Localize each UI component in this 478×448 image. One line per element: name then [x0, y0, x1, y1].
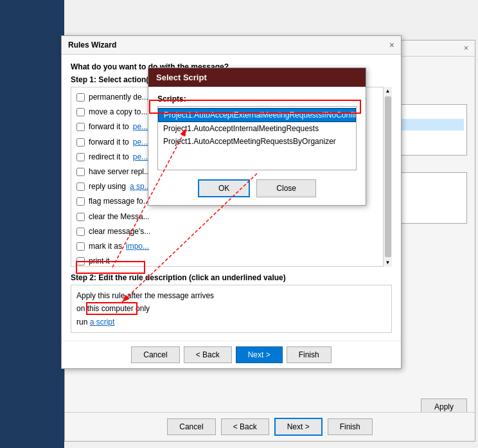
- action-perm-label: permanently de...: [89, 91, 148, 103]
- select-script-title: Select Script: [156, 73, 207, 82]
- action-mark-imp-link[interactable]: impo...: [126, 240, 149, 253]
- cancel-button[interactable]: Cancel: [167, 418, 215, 435]
- actions-scrollbar[interactable]: ▲ ▼: [383, 87, 392, 267]
- script-2-name: Project1.AutoAcceptInternalMeetingReques…: [163, 124, 319, 133]
- wizard-title: Rules Wizard: [68, 40, 116, 49]
- action-redir-link[interactable]: pe...: [133, 151, 148, 163]
- outlook-sidebar: [0, 0, 64, 448]
- action-flag-checkbox[interactable]: [76, 197, 85, 206]
- action-clear-flags-label: clear message's...: [89, 226, 150, 238]
- select-script-dialog: Select Script Scripts: Project1.AutoAcce…: [148, 67, 366, 206]
- script-1-name: Project1.AutoAcceptExternalMeetingReques…: [164, 111, 357, 120]
- rule-desc-line3: run a script: [76, 316, 386, 328]
- scroll-up-arrow[interactable]: ▲: [384, 87, 392, 95]
- action-clear-msg-checkbox[interactable]: [76, 213, 85, 221]
- select-script-body: Scripts: Project1.AutoAcceptExternalMeet…: [148, 87, 366, 205]
- next-button[interactable]: Next >: [274, 418, 323, 436]
- wizard-next-button[interactable]: Next >: [236, 346, 283, 363]
- nav-bar: Cancel < Back Next > Finish: [65, 412, 475, 441]
- rule-desc-run-prefix: run: [76, 318, 90, 327]
- action-clear-flags-checkbox[interactable]: [76, 228, 85, 236]
- action-fwd2-label: forward it to: [89, 136, 129, 148]
- action-redir-checkbox[interactable]: [76, 153, 85, 161]
- action-fwd1-checkbox[interactable]: [76, 123, 85, 131]
- script-item-1[interactable]: Project1.AutoAcceptExternalMeetingReques…: [158, 108, 356, 122]
- script-3-name: Project1.AutoAcceptMeetingRequestsByOrga…: [163, 137, 336, 146]
- action-reply-label: reply using: [89, 181, 126, 193]
- scripts-list[interactable]: Project1.AutoAcceptExternalMeetingReques…: [157, 106, 357, 170]
- action-print-label: print it: [89, 255, 110, 267]
- wizard-back-button[interactable]: < Back: [184, 346, 232, 363]
- action-server-checkbox[interactable]: [76, 168, 85, 176]
- action-mark-imp-label: mark it as: [89, 240, 122, 253]
- action-fwd1-label: forward it to: [89, 121, 129, 133]
- action-mark-imp: mark it as impo...: [71, 239, 391, 254]
- action-print-checkbox[interactable]: [76, 257, 85, 265]
- rule-desc-line1: Apply this rule after the message arrive…: [76, 289, 386, 302]
- action-move-label: move a copy to...: [89, 106, 147, 118]
- wizard-finish-button[interactable]: Finish: [287, 346, 332, 363]
- action-clear-flags: clear message's...: [71, 224, 391, 239]
- rule-desc-line2: on this computer only: [76, 302, 386, 315]
- action-fwd1-link[interactable]: pe...: [133, 121, 148, 133]
- action-redir-label: redirect it to: [89, 151, 129, 163]
- finish-button[interactable]: Finish: [328, 418, 373, 435]
- wizard-nav-buttons: Cancel < Back Next > Finish: [62, 341, 401, 368]
- wizard-titlebar: Rules Wizard ×: [62, 36, 401, 55]
- scroll-thumb[interactable]: [385, 96, 391, 257]
- select-script-titlebar: Select Script: [148, 68, 366, 87]
- back-button[interactable]: < Back: [221, 418, 269, 435]
- action-server-label: have server repl...: [89, 166, 150, 178]
- action-fwd2-checkbox[interactable]: [76, 138, 85, 147]
- wizard-cancel-button[interactable]: Cancel: [131, 346, 179, 363]
- action-move-checkbox[interactable]: [76, 108, 85, 116]
- script-item-2[interactable]: Project1.AutoAcceptInternalMeetingReques…: [158, 122, 356, 135]
- action-reply-checkbox[interactable]: [76, 183, 85, 191]
- select-script-buttons: OK Close: [157, 179, 357, 197]
- action-flag-label: flag message fo...: [89, 195, 150, 208]
- select-script-close-button[interactable]: Close: [256, 179, 316, 197]
- action-perm-checkbox[interactable]: [76, 93, 85, 102]
- action-clear-msg-label: clear the Messa...: [89, 211, 150, 223]
- rules-alerts-close-icon[interactable]: ×: [464, 44, 468, 53]
- script-item-3[interactable]: Project1.AutoAcceptMeetingRequestsByOrga…: [158, 135, 356, 148]
- wizard-rule-desc-box: Apply this rule after the message arrive…: [71, 285, 392, 333]
- scripts-label: Scripts:: [157, 94, 357, 103]
- wizard-step2-label: Step 2: Edit the rule description (click…: [71, 273, 392, 282]
- scroll-down-arrow[interactable]: ▼: [384, 258, 392, 267]
- action-fwd2-link[interactable]: pe...: [133, 136, 148, 148]
- select-script-ok-button[interactable]: OK: [198, 179, 250, 197]
- wizard-close-icon[interactable]: ×: [389, 40, 394, 50]
- action-mark-imp-checkbox[interactable]: [76, 242, 85, 251]
- rule-desc-script-link[interactable]: a script: [90, 318, 115, 327]
- action-print: print it: [71, 254, 391, 267]
- action-clear-msg: clear the Messa...: [71, 210, 391, 224]
